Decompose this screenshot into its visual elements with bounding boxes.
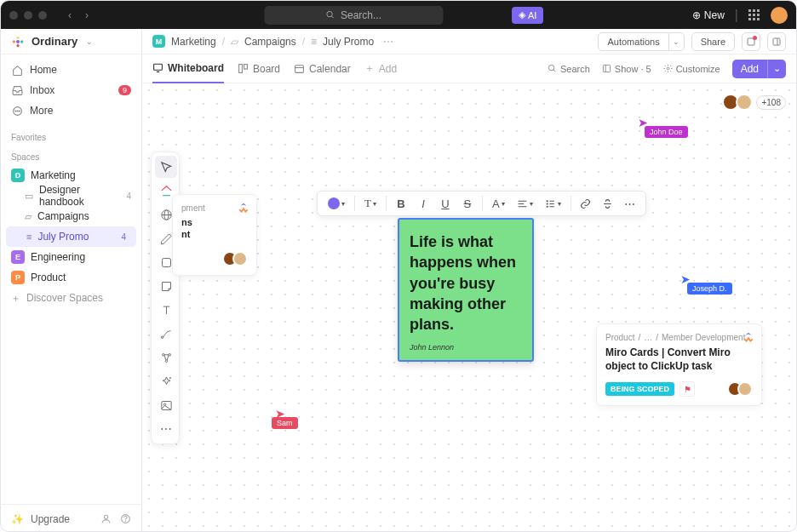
more-format-button[interactable]: ⋯ — [620, 193, 640, 214]
user-avatar[interactable] — [771, 7, 788, 24]
view-add[interactable]: ＋ Add — [364, 54, 397, 83]
strike-button[interactable]: S — [457, 193, 478, 214]
person-icon[interactable] — [100, 513, 112, 524]
calendar-icon — [294, 63, 305, 74]
tool-connector[interactable] — [155, 323, 177, 345]
document-icon: ▭ — [25, 191, 33, 202]
nav-more[interactable]: More — [1, 100, 141, 121]
sidebar-footer: ✨ Upgrade — [1, 504, 141, 532]
upgrade-icon: ✨ — [11, 513, 24, 525]
svg-point-37 — [165, 360, 168, 363]
window-controls[interactable] — [9, 11, 47, 20]
nav-back-icon[interactable]: ‹ — [62, 8, 77, 23]
clickup-logo-icon — [238, 202, 249, 214]
status-tag[interactable]: BEING SCOPED — [605, 382, 674, 396]
space-avatar: D — [11, 169, 25, 182]
avatar-overflow[interactable]: +108 — [756, 95, 786, 110]
tool-more[interactable]: ⋯ — [155, 418, 177, 440]
text-color-button[interactable]: A▾ — [487, 193, 510, 214]
breadcrumb-list[interactable]: July Promo — [323, 36, 374, 48]
tool-chart[interactable] — [155, 346, 177, 369]
breadcrumbs: M Marketing / ▱ Campaigns / ≡ July Promo… — [142, 29, 796, 54]
more-circle-icon — [11, 106, 23, 117]
add-dropdown[interactable]: ⌄ — [767, 60, 786, 78]
folder-campaigns[interactable]: ▱ Campaigns — [1, 206, 141, 226]
nav-inbox[interactable]: Inbox 9 — [1, 80, 141, 100]
space-marketing[interactable]: D Marketing — [1, 165, 141, 186]
svg-point-27 — [667, 67, 669, 70]
list-button[interactable]: ▾ — [540, 193, 566, 214]
tool-image[interactable] — [155, 394, 177, 416]
nav-forward-icon[interactable]: › — [79, 8, 95, 23]
link-button[interactable] — [576, 193, 596, 214]
whiteboard-canvas[interactable]: +108 ⋯ pment nsnt — [142, 83, 796, 532]
automations-dropdown[interactable]: ⌄ — [669, 32, 685, 51]
align-button[interactable]: ▾ — [512, 193, 538, 214]
presence-avatars[interactable]: +108 — [722, 94, 786, 111]
svg-rect-20 — [244, 65, 248, 69]
svg-point-2 — [16, 40, 20, 43]
underline-button[interactable]: U — [435, 193, 456, 214]
chevron-down-icon: ⌄ — [86, 37, 93, 46]
add-button[interactable]: Add — [732, 60, 767, 78]
automations-button[interactable]: Automations — [598, 32, 668, 51]
breadcrumb-space-icon: M — [152, 35, 165, 48]
search-view-button[interactable]: Search — [548, 64, 590, 74]
workspace-selector[interactable]: Ordinary ⌄ — [1, 29, 141, 54]
nav-home[interactable]: Home — [1, 60, 141, 80]
more-icon[interactable]: ⋯ — [383, 36, 393, 48]
svg-point-46 — [547, 206, 548, 207]
svg-point-13 — [125, 521, 126, 522]
sticky-quote: Life is what happens when you're busy ma… — [410, 232, 522, 335]
new-button[interactable]: ⊕ New — [692, 9, 725, 21]
svg-point-8 — [14, 110, 15, 111]
show-button[interactable]: Show · 5 — [602, 64, 651, 74]
view-tabs: Whiteboard Board Calendar ＋ Add Search S… — [142, 54, 796, 83]
view-calendar[interactable]: Calendar — [294, 54, 351, 83]
avatar[interactable] — [736, 94, 753, 111]
cursor-label-sam: Sam — [272, 417, 298, 429]
view-whiteboard[interactable]: Whiteboard — [152, 54, 224, 83]
folder-icon: ▱ — [25, 211, 32, 222]
breadcrumb-space[interactable]: Marketing — [171, 36, 216, 48]
list-designer-handbook[interactable]: ▭ Designer handbook 4 — [1, 186, 141, 206]
task-breadcrumb: Product/…/Member Development — [605, 333, 753, 342]
apps-grid-icon[interactable] — [748, 9, 760, 21]
folder-icon: ▱ — [231, 36, 238, 48]
font-picker[interactable]: T▾ — [359, 193, 381, 214]
global-search[interactable]: Search... — [265, 6, 444, 25]
task-card-partial[interactable]: pment nsnt — [172, 194, 257, 276]
sticky-note[interactable]: Life is what happens when you're busy ma… — [398, 218, 534, 362]
task-card[interactable]: Product/…/Member Development Miro Cards … — [596, 323, 762, 406]
view-board[interactable]: Board — [238, 54, 280, 83]
priority-flag-icon[interactable]: ⚑ — [679, 381, 695, 397]
breadcrumb-folder[interactable]: Campaigns — [244, 36, 296, 48]
discover-spaces[interactable]: ＋ Discover Spaces — [1, 288, 141, 308]
list-july-promo[interactable]: ≡ July Promo 4 — [6, 226, 136, 247]
space-product[interactable]: P Product — [1, 267, 141, 288]
svg-point-3 — [13, 40, 15, 43]
tool-select[interactable] — [155, 156, 177, 178]
share-button[interactable]: Share — [691, 32, 735, 51]
svg-point-4 — [20, 40, 23, 43]
svg-line-24 — [553, 70, 555, 72]
tool-sticky[interactable] — [155, 275, 177, 297]
cursor-label-joseph: Joseph D. — [687, 283, 732, 295]
svg-rect-15 — [773, 38, 780, 45]
strikethrough-format-button[interactable] — [598, 193, 618, 214]
notifications-icon[interactable] — [742, 32, 760, 51]
text-format-toolbar: ▾ T▾ B I U S A▾ ▾ ▾ ⋯ — [317, 191, 646, 216]
tool-ai[interactable] — [155, 370, 177, 392]
space-engineering[interactable]: E Engineering — [1, 247, 141, 267]
bold-button[interactable]: B — [391, 193, 411, 214]
italic-button[interactable]: I — [413, 193, 433, 214]
tool-text[interactable] — [155, 299, 177, 321]
color-picker[interactable]: ▾ — [323, 193, 350, 214]
sparkle-icon: ◈ — [519, 9, 525, 20]
panel-icon[interactable] — [767, 32, 786, 51]
upgrade-link[interactable]: Upgrade — [31, 513, 70, 525]
help-icon[interactable] — [120, 513, 131, 524]
main-content: M Marketing / ▱ Campaigns / ≡ July Promo… — [142, 29, 796, 532]
customize-button[interactable]: Customize — [663, 64, 720, 74]
ai-button[interactable]: ◈ AI — [512, 7, 543, 24]
